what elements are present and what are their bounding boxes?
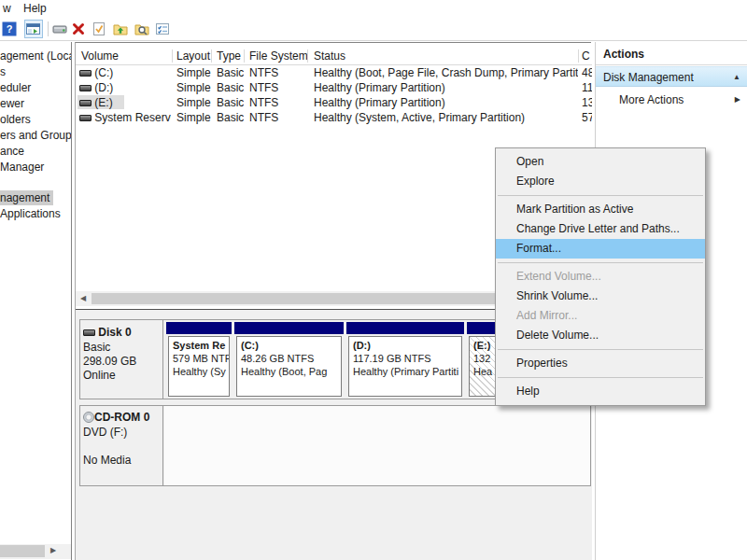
properties-list-icon[interactable] (153, 20, 172, 38)
menu-separator (498, 262, 703, 263)
help-icon[interactable]: ? (0, 20, 19, 38)
cd-icon (83, 412, 94, 423)
menu-item-delete-volume[interactable]: Delete Volume... (496, 326, 705, 345)
menu-item-change-drive-letter[interactable]: Change Drive Letter and Paths... (496, 219, 705, 239)
volume-row-system-reserved[interactable]: System Reserved Simple Basic NTFS Health… (76, 110, 592, 125)
submenu-arrow-icon: ▶ (735, 91, 740, 109)
scroll-right-icon[interactable]: ▶ (47, 544, 60, 557)
menu-item-shrink-volume[interactable]: Shrink Volume... (496, 287, 705, 306)
menu-item-mark-partition-active[interactable]: Mark Partition as Active (496, 200, 705, 219)
volume-row-c[interactable]: (C:) Simple Basic NTFS Healthy (Boot, Pa… (76, 65, 592, 80)
volume-row-e-selected[interactable]: (E:) Simple Basic NTFS Healthy (Primary … (76, 95, 592, 110)
disk0-type: Basic (83, 341, 162, 354)
tree-item-performance[interactable]: ance (0, 144, 71, 159)
tree-item-event-viewer[interactable]: ewer (0, 96, 71, 111)
disk0-status: Online (83, 369, 162, 382)
partition-system-reserved[interactable]: System Re 579 MB NTF Healthy (Sy (166, 322, 232, 399)
menu-item-help[interactable]: Help (23, 2, 47, 15)
tree-item-task-scheduler[interactable]: eduler (0, 80, 71, 95)
column-header-layout[interactable]: Layout (176, 49, 210, 64)
toolbar-separator (48, 21, 49, 36)
tree-item-users-and-groups[interactable]: ers and Groups (0, 128, 71, 143)
disk0-info[interactable]: Disk 0 Basic 298.09 GB Online (80, 320, 163, 399)
tree-item-system-tools[interactable]: s (0, 64, 71, 79)
menu-separator (498, 349, 703, 350)
column-header-status[interactable]: Status (314, 49, 345, 64)
disk0-size: 298.09 GB (83, 355, 162, 368)
menu-item-open[interactable]: Open (496, 152, 705, 172)
partition-d[interactable]: (D:) 117.19 GB NTFS Healthy (Primary Par… (346, 322, 464, 399)
check-document-icon[interactable] (90, 20, 108, 38)
cdrom0-row: CD-ROM 0 DVD (F:) No Media (79, 405, 591, 486)
folder-search-icon[interactable] (133, 20, 151, 38)
column-header-file-system[interactable]: File System (249, 49, 308, 64)
column-header-volume[interactable]: Volume (81, 49, 119, 64)
primary-partition-bar (346, 322, 464, 334)
toolbar: ? (0, 17, 747, 41)
collapse-icon[interactable]: ▲ (733, 67, 740, 88)
tree-item-computer-management[interactable]: agement (Local (0, 49, 71, 63)
tree-scrollbar-thumb[interactable] (0, 545, 45, 557)
scroll-left-icon[interactable]: ◀ (77, 292, 90, 305)
tree-item-device-manager[interactable]: Manager (0, 160, 71, 175)
partition-c[interactable]: (C:) 48.26 GB NTFS Healthy (Boot, Pag (234, 322, 344, 399)
disk-icon (83, 329, 95, 336)
context-menu: Open Explore Mark Partition as Active Ch… (495, 147, 706, 406)
disk-drive-icon[interactable] (50, 20, 69, 38)
volume-row-d[interactable]: (D:) Simple Basic NTFS Healthy (Primary … (76, 80, 592, 95)
cdrom0-name: CD-ROM 0 (94, 411, 149, 424)
menu-item-view-partial[interactable]: w (3, 2, 11, 15)
show-console-tree-icon[interactable] (24, 20, 43, 38)
menu-item-format[interactable]: Format... (496, 239, 705, 259)
scrollbar-thumb[interactable] (92, 293, 540, 304)
menu-item-add-mirror[interactable]: Add Mirror... (496, 306, 705, 326)
primary-partition-bar (166, 322, 232, 334)
menu-separator (498, 377, 703, 378)
svg-text:?: ? (7, 23, 13, 35)
menu-item-explore[interactable]: Explore (496, 172, 705, 191)
disk0-name: Disk 0 (98, 326, 131, 339)
volume-icon (79, 115, 92, 121)
cdrom0-status: No Media (83, 454, 162, 467)
tree-item-shared-folders[interactable]: olders (0, 112, 71, 127)
menu-item-extend-volume[interactable]: Extend Volume... (496, 267, 705, 287)
volume-icon (79, 70, 92, 77)
volume-icon (79, 100, 92, 106)
column-header-type[interactable]: Type (217, 49, 241, 64)
menu-separator (498, 195, 703, 196)
menu-bar: w Help (0, 0, 747, 17)
menu-item-properties[interactable]: Properties (496, 354, 705, 373)
actions-title: Actions (603, 48, 644, 61)
tree-item-services-applications[interactable]: Applications (0, 206, 71, 221)
delete-icon[interactable] (69, 20, 88, 38)
menu-item-help[interactable]: Help (496, 382, 705, 401)
folder-up-icon[interactable] (111, 20, 130, 38)
console-tree: agement (Local s eduler ewer olders ers … (0, 42, 72, 560)
actions-section-disk-management[interactable]: Disk Management ▲ (596, 66, 747, 87)
primary-partition-bar (234, 322, 344, 334)
cdrom0-empty-area[interactable] (164, 406, 590, 485)
cdrom0-info[interactable]: CD-ROM 0 DVD (F:) No Media (80, 406, 163, 485)
tree-item-disk-management[interactable]: nagement (0, 190, 53, 205)
tree-horizontal-scrollbar[interactable]: ▶ (0, 544, 71, 559)
column-header-capacity[interactable]: C (582, 49, 590, 64)
cdrom0-media: DVD (F:) (83, 426, 162, 439)
volume-icon (79, 85, 92, 91)
more-actions-item[interactable]: More Actions ▶ (596, 91, 747, 109)
